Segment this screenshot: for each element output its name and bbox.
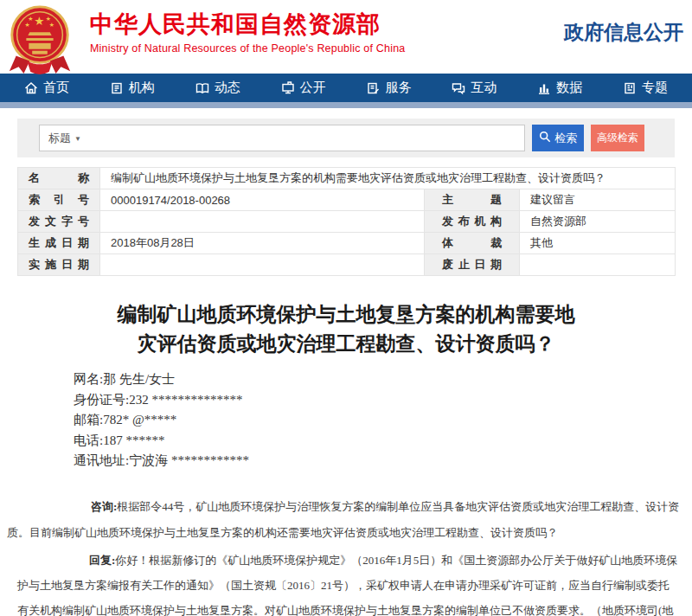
nav-label: 首页 — [43, 80, 69, 96]
nav-item-service[interactable]: 服务 — [366, 80, 411, 96]
search-button[interactable]: 检索 — [532, 125, 584, 151]
meta-label-name: 名称 — [18, 168, 100, 189]
meta-row-doc-number: 发文字号 发布机构 自然资源部 — [18, 211, 676, 233]
nav-label: 机构 — [129, 80, 155, 96]
nav-label: 服务 — [385, 80, 411, 96]
meta-row-implementation-date: 实施日期 废止日期 — [18, 254, 676, 276]
nav-item-news[interactable]: 动态 — [195, 80, 240, 96]
interaction-icon — [452, 81, 465, 95]
meta-value-topic: 建议留言 — [520, 189, 676, 211]
reply-text: 你好！根据新修订的《矿山地质环境保护规定》（2016年1月5日）和《国土资源部办… — [17, 554, 677, 616]
article-title: 编制矿山地质环境保护与土地复垦方案的机构需要地 灾评估资质或地灾治理工程勘查、设… — [26, 300, 666, 359]
nav-item-interaction[interactable]: 互动 — [452, 80, 497, 96]
home-icon — [24, 81, 38, 95]
search-input-wrap: 标题▼ — [39, 125, 525, 151]
disclosure-icon — [281, 81, 295, 95]
meta-value-repeal-date — [520, 254, 676, 276]
document-meta-table: 名称 编制矿山地质环境保护与土地复垦方案的机构需要地灾评估资质或地灾治理工程勘查… — [17, 167, 676, 276]
national-emblem-logo: ★ ★ ★ ★ ★ — [5, 3, 74, 76]
svg-text:★: ★ — [24, 22, 29, 29]
svg-text:★: ★ — [34, 14, 44, 28]
news-icon — [195, 81, 209, 95]
meta-value-name: 编制矿山地质环境保护与土地复垦方案的机构需要地灾评估资质或地灾治理工程勘查、设计… — [100, 168, 676, 189]
meta-label-generated-date: 生成日期 — [18, 233, 100, 254]
nav-label: 公开 — [300, 80, 326, 96]
meta-label-issuing-agency: 发布机构 — [425, 211, 520, 233]
meta-label-repeal-date: 废止日期 — [425, 254, 520, 276]
page-section-title: 政府信息公开 — [564, 19, 683, 46]
nav-item-home[interactable]: 首页 — [24, 80, 69, 96]
applicant-info: 网名:那 先生/女士 身份证号:232 ************** 邮箱:78… — [74, 369, 692, 472]
service-icon — [366, 81, 380, 95]
advanced-search-button[interactable]: 高级检索 — [591, 125, 644, 151]
meta-label-index-number: 索引号 — [18, 189, 100, 211]
site-title-en: Ministry of Natural Resources of the Peo… — [90, 42, 405, 55]
meta-value-genre: 其他 — [520, 233, 676, 254]
search-field-selector[interactable]: 标题▼ — [48, 125, 81, 151]
nav-item-disclosure[interactable]: 公开 — [281, 80, 326, 96]
search-icon — [539, 131, 551, 145]
meta-label-genre: 体裁 — [425, 233, 520, 254]
main-nav: 首页 机构 动态 公开 服务 互动 数据 专题 — [0, 74, 692, 102]
consult-label: 咨询: — [91, 500, 117, 513]
meta-value-doc-number — [100, 211, 425, 233]
meta-value-index-number: 000019174/2018-00268 — [100, 189, 425, 211]
site-header: ★ ★ ★ ★ ★ 中华人民共和国自然资源部 Ministry of Natur… — [0, 0, 692, 74]
svg-text:★: ★ — [49, 22, 54, 29]
chevron-down-icon: ▼ — [74, 135, 81, 143]
nav-divider-strip — [0, 102, 692, 108]
meta-label-topic: 主题 — [425, 189, 520, 211]
meta-label-implementation-date: 实施日期 — [18, 254, 100, 276]
nav-item-topic[interactable]: 专题 — [623, 80, 668, 96]
consult-paragraph: 咨询:根据部令44号，矿山地质环境保护与治理恢复方案的编制单位应当具备地灾评估资… — [7, 494, 682, 546]
meta-value-generated-date: 2018年08月28日 — [100, 233, 425, 254]
meta-row-index: 索引号 000019174/2018-00268 主题 建议留言 — [18, 189, 676, 211]
nav-label: 数据 — [556, 80, 582, 96]
reply-label: 回复: — [89, 554, 115, 567]
search-input[interactable] — [40, 125, 524, 151]
search-bar: 标题▼ 检索 高级检索 — [17, 119, 675, 157]
nav-item-organization[interactable]: 机构 — [110, 80, 155, 96]
article-title-line1: 编制矿山地质环境保护与土地复垦方案的机构需要地 — [118, 304, 575, 325]
nav-label: 动态 — [215, 80, 240, 96]
meta-row-name: 名称 编制矿山地质环境保护与土地复垦方案的机构需要地灾评估资质或地灾治理工程勘查… — [18, 168, 676, 189]
reply-paragraph: 回复:你好！根据新修订的《矿山地质环境保护规定》（2016年1月5日）和《国土资… — [17, 548, 679, 616]
applicant-address: 通讯地址:宁波海 ************ — [74, 451, 692, 472]
applicant-phone: 电话:187 ****** — [74, 431, 692, 452]
national-emblem-icon: ★ ★ ★ ★ ★ — [5, 3, 74, 76]
meta-label-doc-number: 发文字号 — [18, 211, 100, 233]
nav-item-data[interactable]: 数据 — [537, 80, 582, 96]
meta-row-generated-date: 生成日期 2018年08月28日 体裁 其他 — [18, 233, 676, 254]
applicant-netname: 网名:那 先生/女士 — [74, 369, 692, 390]
nav-label: 专题 — [642, 80, 668, 96]
applicant-id-number: 身份证号:232 ************** — [74, 390, 692, 411]
article-title-line2: 灾评估资质或地灾治理工程勘查、设计资质吗？ — [138, 333, 555, 355]
site-title-cn: 中华人民共和国自然资源部 — [90, 11, 405, 37]
meta-value-implementation-date — [100, 254, 425, 276]
organization-icon — [110, 81, 124, 95]
svg-text:★: ★ — [28, 16, 33, 22]
search-field-selector-label: 标题 — [48, 132, 71, 144]
svg-text:★: ★ — [46, 16, 51, 22]
search-button-label: 检索 — [554, 131, 577, 146]
data-icon — [537, 81, 551, 95]
topic-icon — [623, 81, 637, 95]
applicant-email: 邮箱:782* @***** — [74, 410, 692, 431]
meta-value-issuing-agency: 自然资源部 — [520, 211, 676, 233]
nav-label: 互动 — [471, 80, 497, 96]
